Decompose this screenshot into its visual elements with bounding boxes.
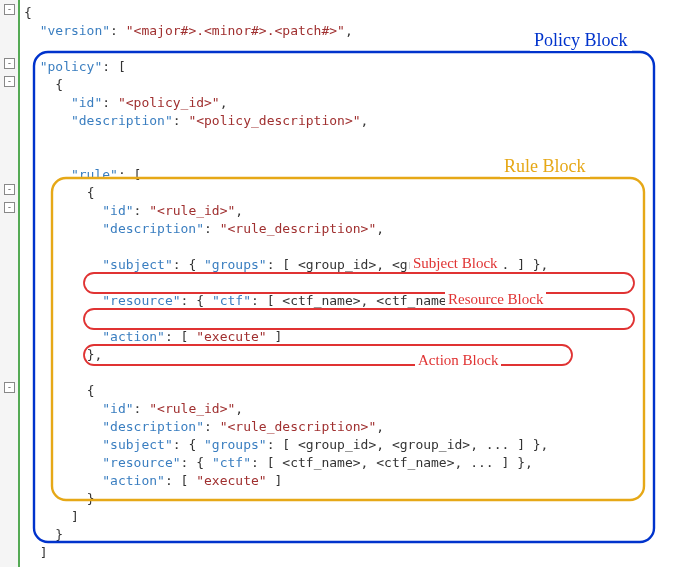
key-version: "version" (40, 23, 110, 38)
change-bar (18, 0, 20, 567)
key-resource: "resource" (102, 293, 180, 308)
fold-icon[interactable]: - (4, 4, 15, 15)
fold-icon[interactable]: - (4, 76, 15, 87)
fold-icon[interactable]: - (4, 202, 15, 213)
key-rule: "rule" (71, 167, 118, 182)
key-action: "action" (102, 329, 165, 344)
key-policy: "policy" (40, 59, 103, 74)
fold-icon[interactable]: - (4, 382, 15, 393)
key-subject: "subject" (102, 257, 172, 272)
code-block: { "version": "<major#>.<minor#>.<patch#>… (24, 4, 548, 567)
fold-icon[interactable]: - (4, 184, 15, 195)
fold-icon[interactable]: - (4, 58, 15, 69)
